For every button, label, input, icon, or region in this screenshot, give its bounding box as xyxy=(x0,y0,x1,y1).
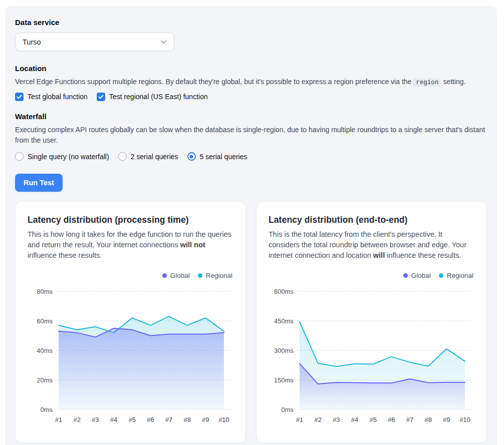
svg-text:#9: #9 xyxy=(202,416,209,423)
svg-text:#8: #8 xyxy=(424,416,431,423)
radio-icon xyxy=(15,152,24,161)
svg-text:#6: #6 xyxy=(388,416,395,423)
global-legend-dot-icon xyxy=(403,273,408,278)
card-end-to-end: Latency distribution (end-to-end) This i… xyxy=(256,201,487,443)
checkbox-checked-icon xyxy=(97,93,105,101)
svg-text:80ms: 80ms xyxy=(37,288,53,295)
svg-text:#9: #9 xyxy=(443,416,450,423)
radio-label: Single query (no waterfall) xyxy=(28,153,109,161)
svg-text:#10: #10 xyxy=(218,416,229,423)
radio-5-serial-queries[interactable]: 5 serial queries xyxy=(187,152,247,161)
legend-label: Global xyxy=(411,272,431,279)
card-title: Latency distribution (end-to-end) xyxy=(269,215,474,225)
svg-text:#2: #2 xyxy=(73,416,80,423)
waterfall-radio-row: Single query (no waterfall) 2 serial que… xyxy=(15,152,487,161)
radio-2-serial-queries[interactable]: 2 serial queries xyxy=(118,152,178,161)
svg-text:#1: #1 xyxy=(55,416,62,423)
card-processing-time: Latency distribution (processing time) T… xyxy=(15,201,246,443)
legend-label: Global xyxy=(170,272,190,279)
svg-text:#7: #7 xyxy=(406,416,413,423)
svg-text:#4: #4 xyxy=(110,416,117,423)
waterfall-description: Executing complex API routes globally ca… xyxy=(15,125,487,146)
chart-legend: Global Regional xyxy=(269,272,473,279)
checkbox-checked-icon xyxy=(15,93,24,101)
svg-text:#6: #6 xyxy=(147,416,154,423)
svg-text:#3: #3 xyxy=(333,416,340,423)
svg-text:#3: #3 xyxy=(92,416,99,423)
regional-legend-dot-icon xyxy=(198,273,202,278)
legend-label: Regional xyxy=(447,272,473,279)
checkbox-label: Test global function xyxy=(28,93,88,101)
svg-text:600ms: 600ms xyxy=(274,288,294,295)
regional-legend-dot-icon xyxy=(439,273,443,278)
svg-text:150ms: 150ms xyxy=(274,376,294,384)
end-to-end-chart: 0ms150ms300ms450ms600ms#1#2#3#4#5#6#7#8#… xyxy=(269,283,473,429)
radio-icon xyxy=(118,152,127,161)
card-title: Latency distribution (processing time) xyxy=(28,215,233,225)
radio-single-query[interactable]: Single query (no waterfall) xyxy=(15,152,109,161)
radio-label: 5 serial queries xyxy=(200,153,247,161)
legend-item-global: Global xyxy=(403,272,431,279)
run-test-button[interactable]: Run Test xyxy=(15,174,63,192)
checkbox-test-global[interactable]: Test global function xyxy=(15,93,88,101)
svg-text:0ms: 0ms xyxy=(281,406,294,413)
legend-item-regional: Regional xyxy=(439,272,473,279)
svg-text:#10: #10 xyxy=(459,416,470,423)
svg-text:#1: #1 xyxy=(296,416,303,423)
location-checkbox-row: Test global function Test regional (US E… xyxy=(15,93,487,101)
svg-text:#5: #5 xyxy=(128,416,135,423)
location-description: Vercel Edge Functions support multiple r… xyxy=(15,77,487,88)
svg-text:60ms: 60ms xyxy=(37,317,53,325)
card-description: This is the total latency from the clien… xyxy=(269,229,474,261)
svg-text:40ms: 40ms xyxy=(37,347,53,354)
legend-item-global: Global xyxy=(162,272,190,279)
svg-text:#8: #8 xyxy=(183,416,190,423)
main-panel: Data service Turso Location Vercel Edge … xyxy=(5,6,497,445)
region-code-chip: region xyxy=(413,78,441,87)
svg-text:0ms: 0ms xyxy=(40,406,53,413)
chevron-down-icon xyxy=(160,40,167,44)
data-service-select[interactable]: Turso xyxy=(15,33,174,51)
svg-text:450ms: 450ms xyxy=(274,317,294,325)
waterfall-heading: Waterfall xyxy=(15,112,487,121)
data-service-heading: Data service xyxy=(15,18,487,27)
data-service-selected-value: Turso xyxy=(23,38,41,46)
svg-text:#2: #2 xyxy=(314,416,321,423)
global-legend-dot-icon xyxy=(162,273,167,278)
legend-item-regional: Regional xyxy=(198,272,232,279)
radio-selected-icon xyxy=(187,152,196,161)
radio-label: 2 serial queries xyxy=(131,153,178,161)
chart-legend: Global Regional xyxy=(28,272,232,279)
card-description: This is how long it takes for the edge f… xyxy=(28,229,233,261)
svg-text:#5: #5 xyxy=(369,416,376,423)
svg-text:#7: #7 xyxy=(165,416,172,423)
svg-text:300ms: 300ms xyxy=(274,347,294,354)
location-heading: Location xyxy=(15,64,487,73)
checkbox-test-regional[interactable]: Test regional (US East) function xyxy=(97,93,208,101)
svg-text:#4: #4 xyxy=(351,416,358,423)
processing-time-chart: 0ms20ms40ms60ms80ms#1#2#3#4#5#6#7#8#9#10 xyxy=(28,283,232,429)
charts-row: Latency distribution (processing time) T… xyxy=(15,201,487,443)
checkbox-label: Test regional (US East) function xyxy=(109,93,208,101)
svg-text:20ms: 20ms xyxy=(37,376,53,384)
legend-label: Regional xyxy=(206,272,232,279)
